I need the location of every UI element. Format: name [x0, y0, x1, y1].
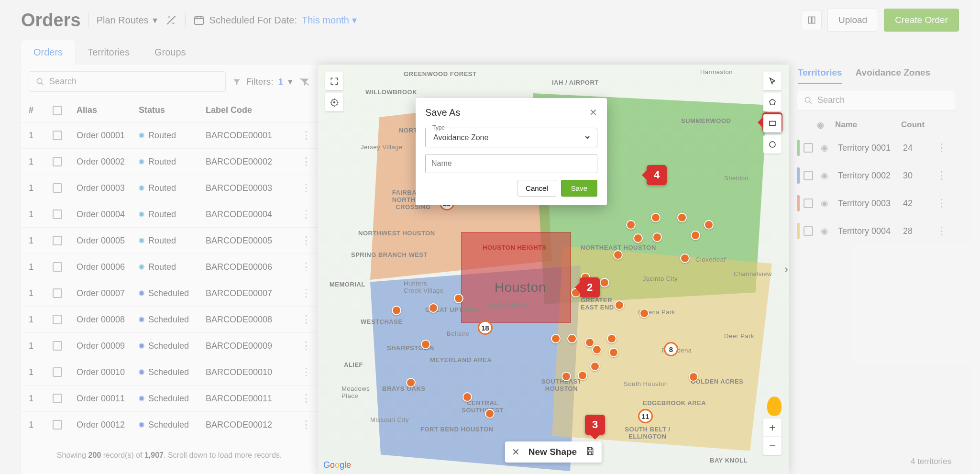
- marker[interactable]: [429, 303, 438, 313]
- territory-search-input[interactable]: [817, 95, 949, 105]
- save-button[interactable]: Save: [561, 180, 597, 197]
- row-checkbox[interactable]: [53, 367, 62, 377]
- row-checkbox[interactable]: [53, 131, 62, 140]
- row-more-icon[interactable]: ⋮: [297, 392, 316, 405]
- pegman-icon[interactable]: [767, 397, 782, 416]
- row-more-icon[interactable]: ⋮: [297, 182, 316, 194]
- cluster-marker[interactable]: 18: [478, 320, 493, 335]
- row-checkbox[interactable]: [53, 341, 62, 351]
- table-row[interactable]: 1 Order 00010 Scheduled BARCODE00010 ⋮: [21, 359, 318, 386]
- marker[interactable]: [421, 340, 430, 349]
- marker[interactable]: [680, 254, 690, 263]
- layout-toggle-button[interactable]: [802, 10, 822, 30]
- table-row[interactable]: 1 Order 00005 Routed BARCODE00005 ⋮: [21, 228, 318, 254]
- row-more-icon[interactable]: ⋮: [297, 155, 316, 168]
- row-more-icon[interactable]: ⋮: [935, 142, 949, 154]
- table-row[interactable]: 1 Order 00009 Scheduled BARCODE00009 ⋮: [21, 333, 318, 359]
- marker[interactable]: [406, 378, 416, 387]
- name-input[interactable]: [431, 159, 591, 168]
- map-settings-button[interactable]: [325, 93, 343, 111]
- visibility-toggle-icon[interactable]: ◉: [821, 143, 835, 153]
- select-all-checkbox[interactable]: [53, 106, 62, 115]
- cluster-marker[interactable]: 8: [664, 342, 678, 356]
- row-checkbox[interactable]: [53, 288, 62, 298]
- table-row[interactable]: 1 Order 00004 Routed BARCODE00004 ⋮: [21, 201, 318, 228]
- table-row[interactable]: 1 Order 00012 Scheduled BARCODE00012 ⋮: [21, 412, 318, 438]
- right-tab-territories[interactable]: Territories: [798, 67, 842, 84]
- visibility-toggle-icon[interactable]: ◉: [821, 226, 835, 236]
- fullscreen-button[interactable]: [325, 72, 343, 90]
- marker[interactable]: [677, 213, 687, 222]
- marker[interactable]: [652, 232, 662, 242]
- scheduled-value-dropdown[interactable]: This month ▾: [302, 14, 357, 26]
- marker[interactable]: [613, 250, 623, 260]
- right-tab-avoidance[interactable]: Avoidance Zones: [856, 67, 931, 84]
- zoom-out-button[interactable]: −: [763, 437, 782, 455]
- marker[interactable]: [633, 233, 643, 243]
- table-row[interactable]: 1 Order 00006 Routed BARCODE00006 ⋮: [21, 254, 318, 280]
- territory-checkbox[interactable]: [804, 226, 813, 236]
- search-input[interactable]: [49, 77, 219, 87]
- clear-filters-button[interactable]: [299, 77, 310, 87]
- marker[interactable]: [454, 294, 463, 303]
- row-checkbox[interactable]: [53, 394, 62, 403]
- visibility-toggle-icon[interactable]: ◉: [821, 198, 835, 209]
- row-more-icon[interactable]: ⋮: [297, 419, 316, 431]
- row-more-icon[interactable]: ⋮: [935, 169, 949, 182]
- marker[interactable]: [578, 371, 587, 380]
- type-select[interactable]: Avoidance Zone: [431, 133, 591, 142]
- zoom-in-button[interactable]: +: [763, 419, 782, 437]
- expand-panel-chevron-icon[interactable]: ›: [784, 263, 788, 276]
- table-row[interactable]: 1 Order 00002 Routed BARCODE00002 ⋮: [21, 149, 318, 175]
- upload-button[interactable]: Upload: [827, 9, 878, 32]
- marker[interactable]: [607, 334, 617, 343]
- marker[interactable]: [592, 345, 602, 354]
- cluster-marker[interactable]: 11: [638, 409, 653, 423]
- row-checkbox[interactable]: [53, 209, 62, 219]
- row-checkbox[interactable]: [53, 236, 62, 245]
- row-more-icon[interactable]: ⋮: [297, 129, 316, 142]
- table-row[interactable]: 1 Order 00008 Scheduled BARCODE00008 ⋮: [21, 307, 318, 333]
- row-checkbox[interactable]: [53, 315, 62, 324]
- row-more-icon[interactable]: ⋮: [935, 225, 949, 237]
- marker[interactable]: [462, 392, 472, 402]
- territory-checkbox[interactable]: [804, 143, 813, 153]
- table-row[interactable]: 1 Order 00003 Routed BARCODE00003 ⋮: [21, 175, 318, 201]
- marker[interactable]: [600, 278, 609, 287]
- table-row[interactable]: 1 Order 00007 Scheduled BARCODE00007 ⋮: [21, 280, 318, 307]
- marker[interactable]: [562, 372, 571, 381]
- search-input-wrapper[interactable]: [29, 71, 226, 92]
- row-checkbox[interactable]: [53, 183, 62, 193]
- create-order-button[interactable]: Create Order: [884, 9, 959, 32]
- close-icon[interactable]: ✕: [512, 446, 520, 458]
- row-more-icon[interactable]: ⋮: [935, 197, 949, 209]
- circle-tool[interactable]: [763, 135, 782, 154]
- marker[interactable]: [392, 306, 401, 315]
- marker[interactable]: [626, 220, 636, 230]
- rectangle-tool[interactable]: [763, 114, 782, 132]
- marker[interactable]: [691, 231, 700, 240]
- marker[interactable]: [590, 362, 600, 371]
- marker[interactable]: [609, 348, 618, 357]
- territory-row[interactable]: ◉ Territory 0002 30 ⋮: [794, 162, 959, 189]
- marker[interactable]: [567, 334, 577, 343]
- row-more-icon[interactable]: ⋮: [297, 340, 316, 352]
- territory-row[interactable]: ◉ Territory 0004 28 ⋮: [794, 217, 959, 245]
- territory-row[interactable]: ◉ Territory 0003 42 ⋮: [794, 189, 959, 217]
- pointer-tool[interactable]: [763, 72, 782, 90]
- row-checkbox[interactable]: [53, 262, 62, 272]
- marker[interactable]: [704, 220, 714, 230]
- marker[interactable]: [639, 309, 649, 318]
- save-icon[interactable]: [585, 446, 595, 458]
- marker[interactable]: [689, 372, 698, 382]
- row-more-icon[interactable]: ⋮: [297, 287, 316, 299]
- marker[interactable]: [485, 409, 495, 419]
- row-more-icon[interactable]: ⋮: [297, 208, 316, 220]
- filters-dropdown[interactable]: Filters: 1 ▾: [232, 76, 293, 87]
- visibility-toggle-icon[interactable]: ◉: [821, 170, 835, 181]
- tab-orders[interactable]: Orders: [21, 40, 75, 65]
- row-more-icon[interactable]: ⋮: [297, 313, 316, 326]
- row-checkbox[interactable]: [53, 157, 62, 166]
- marker[interactable]: [651, 213, 661, 222]
- polygon-tool[interactable]: [763, 93, 782, 111]
